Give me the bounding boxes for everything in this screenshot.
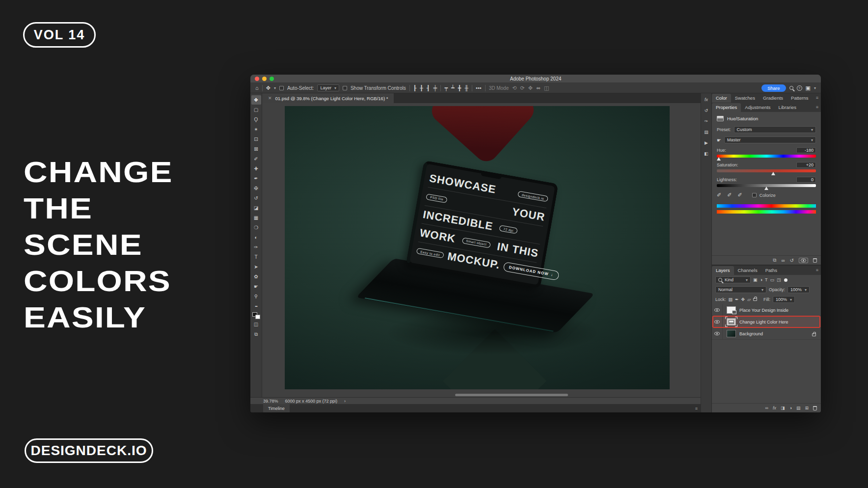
new-adjustment-icon[interactable]: ◑ xyxy=(789,406,792,410)
crop-tool[interactable]: ⊡ xyxy=(251,135,261,144)
brush-tool[interactable]: ✒ xyxy=(251,174,261,183)
chevron-down-icon[interactable]: ▾ xyxy=(814,86,816,90)
panel-menu-icon[interactable]: ≡ xyxy=(816,105,818,109)
layer-row-background[interactable]: Background xyxy=(712,328,821,340)
channel-dropdown[interactable]: Master▾ xyxy=(724,136,816,143)
tab-adjustments[interactable]: Adjustments xyxy=(741,103,774,112)
layer-name[interactable]: Background xyxy=(739,331,763,336)
saturation-value[interactable]: +20 xyxy=(796,162,816,168)
collapsed-comments-icon[interactable]: ◧ xyxy=(704,151,708,156)
clone-stamp-tool[interactable]: ✠ xyxy=(251,184,261,193)
canvas-area[interactable]: SHOWCASE designdeck.io PSD file YOUR INC… xyxy=(262,103,701,397)
minimize-window-button[interactable] xyxy=(262,77,267,81)
layer-visibility-toggle[interactable] xyxy=(712,328,723,339)
dodge-tool[interactable]: ◐ xyxy=(251,233,261,242)
tab-layers[interactable]: Layers xyxy=(712,266,734,275)
hand-tool[interactable]: ☛ xyxy=(251,282,261,291)
tab-color[interactable]: Color xyxy=(712,94,731,103)
history-brush-tool[interactable]: ↺ xyxy=(251,193,261,203)
colorize-checkbox[interactable] xyxy=(752,193,757,197)
delete-layer-icon[interactable] xyxy=(813,406,817,410)
fill-dropdown[interactable]: 100%▾ xyxy=(773,296,795,303)
layer-visibility-toggle[interactable] xyxy=(712,304,723,316)
document-tab[interactable]: ✕ 01.psd @ 39.8% (Change Light Color Her… xyxy=(262,93,394,103)
shape-tool[interactable]: ✿ xyxy=(251,272,261,281)
blur-tool[interactable]: ❍ xyxy=(251,223,261,232)
layer-row-change-light-color[interactable]: Change Light Color Here xyxy=(712,316,821,328)
zoom-level[interactable]: 39.78% xyxy=(263,399,278,404)
add-mask-icon[interactable]: ◨ xyxy=(781,406,785,410)
filter-kind-dropdown[interactable]: Kind▾ xyxy=(715,276,751,283)
link-icon[interactable]: ∞ xyxy=(781,258,785,263)
blend-mode-dropdown[interactable]: Normal▾ xyxy=(715,286,766,293)
new-group-icon[interactable]: ▤ xyxy=(796,406,801,410)
type-tool[interactable]: T xyxy=(251,252,261,262)
tab-channels[interactable]: Channels xyxy=(734,266,761,275)
targeted-adjustment-icon[interactable]: ☛ xyxy=(717,137,721,143)
new-layer-icon[interactable]: ⊞ xyxy=(805,406,809,410)
eyedropper-tool[interactable]: ✐ xyxy=(251,154,261,163)
timeline-tab[interactable]: Timeline xyxy=(263,404,290,412)
preset-dropdown[interactable]: Custom▾ xyxy=(734,126,816,133)
tab-swatches[interactable]: Swatches xyxy=(731,94,759,103)
lock-artboard-icon[interactable]: ▱ xyxy=(747,297,751,302)
eyedropper-subtract-icon[interactable]: ✐ xyxy=(737,192,742,198)
lock-position-icon[interactable]: ✥ xyxy=(741,297,745,302)
screen-mode-icon[interactable]: ⧉ xyxy=(251,329,261,339)
gradient-tool[interactable]: ▦ xyxy=(251,213,261,222)
quick-mask-icon[interactable]: ◫ xyxy=(251,320,261,329)
tab-libraries[interactable]: Libraries xyxy=(775,103,800,112)
auto-select-checkbox[interactable] xyxy=(279,86,284,90)
horizontal-scrollbar[interactable] xyxy=(455,394,568,396)
share-button[interactable]: Share xyxy=(761,84,786,92)
eraser-tool[interactable]: ◪ xyxy=(251,203,261,213)
link-layers-icon[interactable]: ∞ xyxy=(765,406,768,410)
distribute-v-icon[interactable]: ╫ xyxy=(464,85,468,91)
eyedropper-sample-icon[interactable]: ✐ xyxy=(717,192,721,198)
auto-select-dropdown[interactable]: Layer▾ xyxy=(317,84,339,91)
collapsed-libraries-icon[interactable]: ▤ xyxy=(704,130,708,135)
layer-row-place-your-design[interactable]: Place Your Design Inside xyxy=(712,304,821,316)
zoom-tool[interactable]: ⚲ xyxy=(251,292,261,301)
distribute-h-icon[interactable]: ╪ xyxy=(434,85,437,91)
background-thumbnail[interactable] xyxy=(727,330,736,337)
filter-toggle[interactable] xyxy=(784,278,787,282)
tab-paths[interactable]: Paths xyxy=(761,266,781,275)
align-right-icon[interactable]: ┨ xyxy=(427,85,430,91)
move-tool[interactable]: ✥ xyxy=(251,95,261,105)
layer-name[interactable]: Change Light Color Here xyxy=(739,320,788,325)
layer-visibility-toggle[interactable] xyxy=(712,316,723,327)
adjustment-layer-thumbnail[interactable] xyxy=(727,318,736,325)
panel-menu-icon[interactable]: ≡ xyxy=(816,95,818,100)
chevron-down-icon[interactable]: ▾ xyxy=(274,86,276,90)
move-tool-icon[interactable]: ✥ xyxy=(266,85,271,91)
reset-icon[interactable]: ↺ xyxy=(790,258,794,263)
zoom-window-button[interactable] xyxy=(270,77,274,81)
filter-smart-object-icon[interactable]: ◳ xyxy=(777,277,781,282)
home-icon[interactable]: ⌂ xyxy=(255,85,259,91)
close-window-button[interactable] xyxy=(255,77,259,81)
lock-transparency-icon[interactable]: ▨ xyxy=(729,297,733,302)
panel-menu-icon[interactable]: ≡ xyxy=(816,268,818,272)
align-left-icon[interactable]: ┠ xyxy=(413,85,417,91)
align-bottom-icon[interactable]: ┷ xyxy=(451,85,455,91)
filter-pixel-icon[interactable]: ▣ xyxy=(753,277,758,282)
hue-value[interactable]: -180 xyxy=(796,147,816,153)
collapsed-brushes-icon[interactable]: ✑ xyxy=(705,119,708,124)
timeline-menu-icon[interactable]: ≡ xyxy=(695,406,698,411)
foreground-background-swatches[interactable] xyxy=(252,312,260,319)
opacity-dropdown[interactable]: 100%▾ xyxy=(787,286,810,293)
edit-toolbar-icon[interactable]: ••• xyxy=(251,301,261,311)
lightness-value[interactable]: 0 xyxy=(796,177,816,183)
lasso-tool[interactable]: Ϙ xyxy=(251,115,261,124)
layer-style-icon[interactable]: fx xyxy=(773,406,776,410)
collapsed-fx-icon[interactable]: fx xyxy=(705,97,708,102)
healing-brush-tool[interactable]: ✚ xyxy=(251,164,261,173)
align-center-h-icon[interactable]: ╂ xyxy=(420,85,423,91)
hue-slider[interactable] xyxy=(717,155,816,158)
frame-tool[interactable]: ⊠ xyxy=(251,144,261,154)
clip-to-layer-icon[interactable]: ⧉ xyxy=(773,257,776,263)
filter-adjustment-icon[interactable]: ◑ xyxy=(760,277,762,282)
lock-all-icon[interactable] xyxy=(753,298,757,301)
saturation-slider[interactable] xyxy=(717,169,816,172)
